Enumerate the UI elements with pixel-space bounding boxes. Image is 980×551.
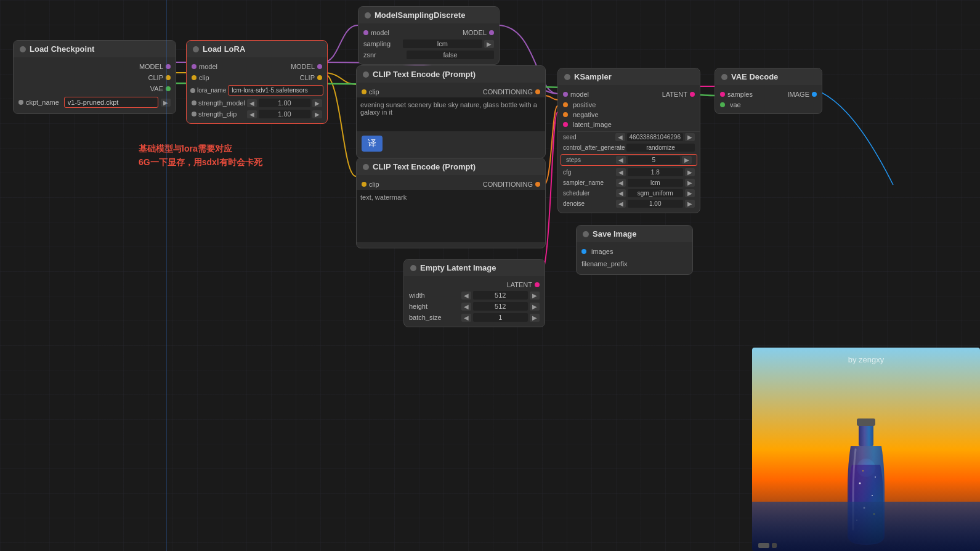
ks-model-in-port bbox=[563, 92, 568, 97]
ks-seed-right-btn[interactable]: ▶ bbox=[685, 133, 695, 141]
ks-latent-in-label: latent_image bbox=[573, 121, 612, 128]
cte-pos-clip-in-label: clip bbox=[369, 88, 379, 96]
strength-model-label: strength_model bbox=[198, 99, 245, 107]
si-images-in-port bbox=[581, 249, 586, 254]
el-height-value: 512 bbox=[473, 302, 528, 311]
ks-sampler-right-btn[interactable]: ▶ bbox=[685, 179, 695, 187]
water-reflection bbox=[752, 502, 980, 551]
ckpt-arrow-btn[interactable]: ▶ bbox=[161, 99, 171, 107]
ms-model-in-port bbox=[363, 30, 368, 35]
ks-steps-right-btn[interactable]: ▶ bbox=[682, 156, 692, 164]
empty-latent-header: Empty Latent Image bbox=[404, 259, 545, 276]
el-width-right-btn[interactable]: ▶ bbox=[530, 292, 540, 300]
el-batch-left-btn[interactable]: ◀ bbox=[461, 314, 471, 322]
cte-pos-clip-in-port bbox=[362, 89, 366, 94]
ks-scheduler-value: sgm_uniform bbox=[628, 189, 684, 197]
ms-sampling-btn[interactable]: ▶ bbox=[484, 40, 494, 48]
ksampler-title: KSampler bbox=[574, 72, 612, 81]
negative-prompt-textarea[interactable]: text, watermark bbox=[357, 190, 545, 242]
svg-point-3 bbox=[872, 495, 873, 496]
ks-denoise-right-btn[interactable]: ▶ bbox=[685, 200, 695, 208]
clip-output-text: CLIP bbox=[148, 74, 163, 81]
preview-bottom-bar bbox=[758, 543, 777, 548]
ks-seed-left-btn[interactable]: ◀ bbox=[615, 133, 625, 141]
ks-latent-out-port bbox=[690, 92, 695, 97]
vd-vae-in-label: vae bbox=[730, 101, 741, 108]
ks-sampler-left-btn[interactable]: ◀ bbox=[616, 179, 626, 187]
el-height-label: height bbox=[409, 303, 460, 310]
preview-image-container: by zengxy bbox=[752, 348, 980, 551]
ms-sampling-label: sampling bbox=[363, 40, 401, 47]
el-latent-out-label: LATENT bbox=[507, 281, 532, 288]
vae-decode-title: VAE Decode bbox=[731, 72, 778, 81]
vd-vae-in-port bbox=[720, 102, 725, 107]
ckpt-label: ckpt_name bbox=[26, 99, 59, 106]
vae-output-text: VAE bbox=[150, 85, 163, 92]
cte-neg-clip-in-port bbox=[362, 182, 366, 187]
save-image-header: Save Image bbox=[577, 226, 692, 242]
ks-latent-in-port bbox=[563, 122, 568, 127]
vd-samples-in-label: samples bbox=[727, 91, 753, 98]
ks-control-value: randomize bbox=[626, 144, 695, 152]
save-image-dot bbox=[583, 231, 589, 237]
clip-text-encode-neg-dot bbox=[363, 164, 369, 170]
lora-clip-out-port bbox=[317, 75, 322, 80]
load-lora-node: Load LoRA model MODEL clip bbox=[186, 40, 328, 124]
ks-seed-value: 460338681046296 bbox=[627, 133, 683, 141]
ks-cfg-left-btn[interactable]: ◀ bbox=[616, 168, 626, 176]
vae-decode-dot bbox=[721, 74, 727, 80]
ms-model-out-label: MODEL bbox=[463, 29, 487, 36]
vertical-guide-line bbox=[166, 0, 167, 551]
cte-neg-cond-out-port bbox=[535, 182, 540, 187]
ks-neg-in-port bbox=[563, 112, 568, 117]
strength-model-right-btn[interactable]: ▶ bbox=[312, 99, 322, 107]
strength-clip-left-btn[interactable]: ◀ bbox=[247, 110, 257, 118]
model-sampling-dot bbox=[365, 12, 371, 18]
model-sampling-node: ModelSamplingDiscrete model MODEL sampli… bbox=[358, 6, 500, 65]
ms-model-in-label: model bbox=[371, 29, 389, 36]
ks-scheduler-right-btn[interactable]: ▶ bbox=[685, 189, 695, 197]
model-sampling-header: ModelSamplingDiscrete bbox=[358, 7, 499, 23]
ks-steps-label: steps bbox=[566, 157, 614, 163]
el-height-right-btn[interactable]: ▶ bbox=[530, 303, 540, 311]
ks-pos-in-port bbox=[563, 102, 568, 107]
ks-denoise-left-btn[interactable]: ◀ bbox=[616, 200, 626, 208]
vae-decode-header: VAE Decode bbox=[715, 68, 822, 85]
ksampler-node: KSampler model LATENT positive negative … bbox=[557, 68, 700, 213]
ks-cfg-label: cfg bbox=[563, 169, 614, 176]
ks-cfg-right-btn[interactable]: ▶ bbox=[685, 168, 695, 176]
strength-model-left-btn[interactable]: ◀ bbox=[247, 99, 257, 107]
el-batch-right-btn[interactable]: ▶ bbox=[530, 314, 540, 322]
vd-image-out-port bbox=[812, 92, 817, 97]
positive-prompt-textarea[interactable]: evening sunset scenery blue sky nature, … bbox=[357, 97, 545, 131]
ks-model-in-label: model bbox=[570, 91, 589, 98]
lora-name-label: lora_name bbox=[197, 87, 226, 94]
model-sampling-title: ModelSamplingDiscrete bbox=[375, 10, 465, 20]
ks-pos-in-label: positive bbox=[573, 101, 596, 108]
svg-point-2 bbox=[859, 483, 861, 484]
lora-name-input[interactable] bbox=[228, 85, 323, 96]
annotation: 基础模型与lora需要对应 6G一下显存，用sdxl有时会卡死 bbox=[139, 142, 262, 169]
ms-sampling-value: lcm bbox=[403, 39, 482, 48]
lora-clip-out-label: CLIP bbox=[300, 74, 315, 81]
ckpt-name-input[interactable] bbox=[64, 97, 158, 108]
translate-btn-pos[interactable]: 译 bbox=[362, 136, 383, 152]
ks-steps-value: 5 bbox=[628, 156, 681, 164]
el-height-left-btn[interactable]: ◀ bbox=[461, 303, 471, 311]
ks-steps-left-btn[interactable]: ◀ bbox=[616, 156, 626, 164]
clip-text-encode-neg-title: CLIP Text Encode (Prompt) bbox=[373, 162, 476, 171]
empty-latent-dot bbox=[410, 265, 416, 271]
strength-clip-port bbox=[192, 112, 196, 116]
el-width-left-btn[interactable]: ◀ bbox=[461, 292, 471, 300]
ckpt-input-port bbox=[18, 100, 23, 105]
ks-scheduler-left-btn[interactable]: ◀ bbox=[616, 189, 626, 197]
lora-clip-in-port bbox=[192, 75, 196, 80]
ms-zsnr-value: false bbox=[407, 51, 494, 59]
ms-model-out-port bbox=[489, 30, 494, 35]
el-batch-value: 1 bbox=[473, 313, 528, 322]
svg-point-5 bbox=[875, 476, 876, 478]
strength-clip-right-btn[interactable]: ▶ bbox=[312, 110, 322, 118]
svg-point-8 bbox=[862, 470, 864, 471]
clip-text-encode-pos-dot bbox=[363, 71, 369, 78]
load-lora-dot bbox=[193, 46, 199, 52]
